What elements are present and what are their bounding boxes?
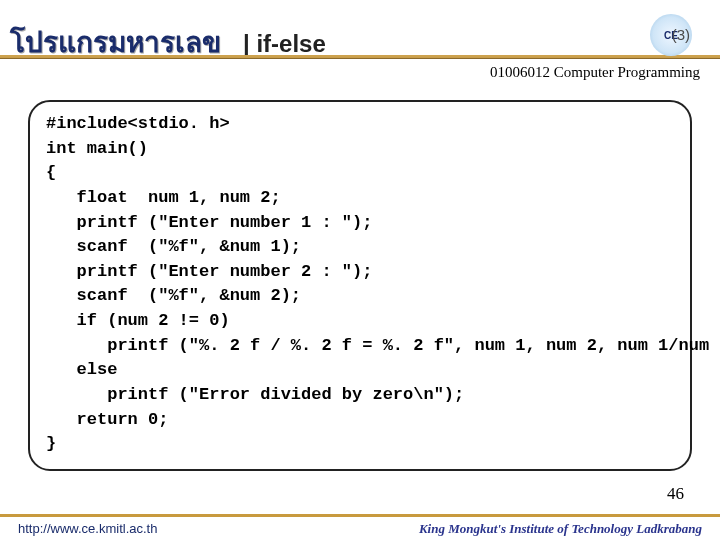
footer: http://www.ce.kmitl.ac.th King Mongkut's… [0, 514, 720, 540]
footer-institute: King Mongkut's Institute of Technology L… [419, 521, 702, 537]
slide-title-sub: | if-else [243, 30, 326, 58]
course-code: 01006012 Computer Programming [490, 64, 700, 81]
sequence-number: (3) [672, 26, 690, 43]
code-box: #include<stdio. h> int main() { float nu… [28, 100, 692, 471]
page-number: 46 [667, 484, 684, 504]
footer-url: http://www.ce.kmitl.ac.th [18, 521, 157, 536]
slide: โปรแกรมหารเลข | if-else CE (3) 01006012 … [0, 0, 720, 540]
header-underline [0, 55, 720, 59]
code-content: #include<stdio. h> int main() { float nu… [46, 112, 674, 457]
